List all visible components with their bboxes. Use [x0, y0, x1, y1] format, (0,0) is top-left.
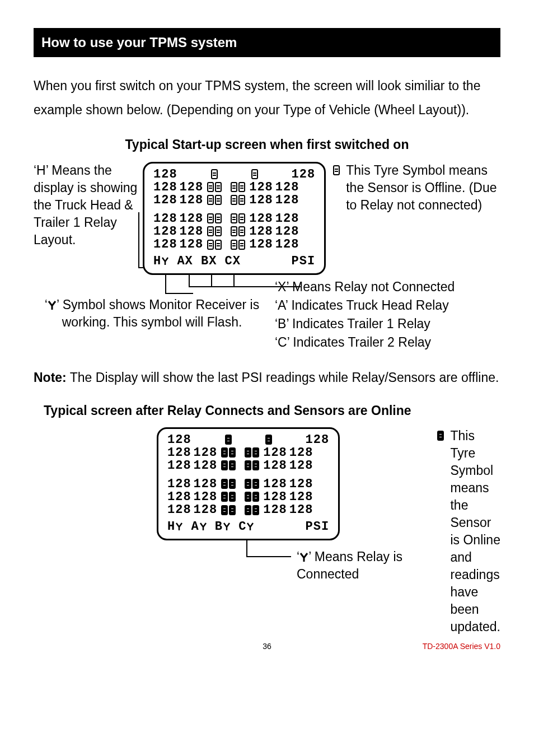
- psi-reading: 128: [194, 491, 218, 503]
- online-tyre-text: This Tyre Symbol means the Sensor is Onl…: [450, 427, 500, 636]
- psi-reading: 128: [194, 459, 218, 472]
- psi-reading: 128: [194, 503, 218, 516]
- offline-tyre-text: This Tyre Symbol means the Sensor is Off…: [346, 162, 500, 214]
- tyre-online-icon: [252, 479, 259, 489]
- page-footer: 36 TD-2300A Series V1.0: [34, 641, 500, 652]
- tyre-offline-icon: [215, 226, 222, 236]
- psi-reading: 128: [153, 238, 177, 251]
- tyre-offline-icon: [207, 226, 214, 236]
- tyre-online-icon: [229, 479, 236, 489]
- antenna-icon: [199, 519, 207, 535]
- antenna-icon: [246, 519, 254, 535]
- psi-reading: 128: [263, 459, 287, 472]
- psi-reading: 128: [180, 194, 204, 207]
- tyre-online-icon: [225, 435, 232, 445]
- psi-reading: 128: [289, 491, 313, 503]
- psi-reading: 128: [194, 446, 218, 459]
- psi-reading: 128: [249, 194, 273, 207]
- callout-c: ‘C’ Indicates Trailer 2 Relay: [275, 334, 500, 351]
- status-relay-a: A: [191, 520, 199, 534]
- lcd-screen-online: 128 128 128 128 128: [157, 427, 340, 540]
- psi-reading: 128: [180, 181, 204, 194]
- tyre-online-icon: [229, 460, 236, 470]
- psi-reading: 128: [167, 491, 191, 503]
- tyre-offline-icon: [215, 240, 222, 250]
- startup-heading: Typical Start-up screen when first switc…: [34, 136, 500, 153]
- tyre-offline-icon: [207, 182, 214, 192]
- status-relay-c: C: [238, 520, 246, 534]
- intro-paragraph: When you first switch on your TPMS syste…: [34, 74, 500, 122]
- tyre-online-icon: [245, 447, 251, 458]
- status-unit: PSI: [306, 519, 330, 535]
- antenna-icon: [299, 548, 308, 566]
- antenna-icon: [175, 519, 183, 535]
- tyre-offline-icon: [251, 169, 258, 179]
- tyre-offline-icon: [231, 240, 237, 250]
- psi-reading: 128: [263, 446, 287, 459]
- online-tyre-legend: This Tyre Symbol means the Sensor is Onl…: [437, 427, 500, 636]
- status-h: H: [153, 254, 161, 268]
- psi-reading: 128: [263, 503, 287, 516]
- psi-reading: 128: [289, 503, 313, 516]
- psi-reading: 128: [167, 503, 191, 516]
- tyre-offline-icon: [238, 240, 245, 250]
- psi-reading: 128: [289, 446, 313, 459]
- tyre-online-icon: [437, 431, 444, 441]
- tyre-offline-icon: [207, 213, 214, 223]
- tyre-offline-icon: [238, 226, 245, 236]
- tyre-online-icon: [245, 492, 251, 502]
- antenna-icon: [48, 296, 57, 314]
- tyre-online-icon: [229, 447, 236, 458]
- tyre-online-icon: [229, 505, 236, 515]
- section-header: How to use your TPMS system: [34, 28, 500, 57]
- tyre-offline-icon: [211, 169, 218, 179]
- tyre-online-icon: [221, 492, 228, 502]
- psi-reading: 128: [180, 238, 204, 251]
- lcd-screen-offline: 128 128 128 128 128: [143, 162, 326, 275]
- psi-reading: 128: [167, 433, 191, 446]
- psi-reading: 128: [275, 181, 299, 194]
- psi-reading: 128: [289, 478, 313, 491]
- doc-id: TD-2300A Series V1.0: [345, 641, 500, 652]
- tyre-online-icon: [245, 479, 251, 489]
- tyre-offline-icon: [333, 165, 340, 175]
- tyre-offline-icon: [231, 195, 237, 205]
- page-number: 36: [189, 641, 345, 652]
- tyre-offline-icon: [215, 195, 222, 205]
- psi-reading: 128: [249, 225, 273, 238]
- tyre-online-icon: [245, 505, 251, 515]
- tyre-offline-icon: [238, 182, 245, 192]
- tyre-offline-icon: [231, 213, 237, 223]
- antenna-icon: [161, 253, 169, 270]
- tyre-online-icon: [221, 505, 228, 515]
- tyre-offline-icon: [231, 182, 237, 192]
- psi-reading: 128: [167, 459, 191, 472]
- psi-reading: 128: [180, 225, 204, 238]
- psi-reading: 128: [275, 225, 299, 238]
- relay-callouts: ‘X’ Means Relay not Connected ‘A’ Indica…: [270, 277, 500, 352]
- note-label: Note:: [34, 370, 67, 385]
- psi-reading: 128: [292, 168, 316, 181]
- note-text: The Display will show the last PSI readi…: [67, 370, 499, 385]
- psi-reading: 128: [194, 478, 218, 491]
- psi-reading: 128: [263, 491, 287, 503]
- psi-reading: 128: [249, 238, 273, 251]
- tyre-online-icon: [252, 447, 259, 458]
- callout-a: ‘A’ Indicates Truck Head Relay: [275, 297, 500, 314]
- tyre-online-icon: [252, 505, 259, 515]
- tyre-online-icon: [252, 460, 259, 470]
- psi-reading: 128: [180, 212, 204, 225]
- tyre-offline-icon: [238, 195, 245, 205]
- callout-x: ‘X’ Means Relay not Connected: [275, 278, 500, 296]
- status-relays: AX BX CX: [177, 254, 241, 268]
- status-relay-b: B: [215, 520, 223, 534]
- psi-reading: 128: [153, 168, 177, 181]
- psi-reading: 128: [275, 194, 299, 207]
- psi-reading: 128: [263, 478, 287, 491]
- tyre-offline-icon: [215, 213, 222, 223]
- psi-reading: 128: [153, 212, 177, 225]
- psi-reading: 128: [249, 181, 273, 194]
- offline-tyre-legend: This Tyre Symbol means the Sensor is Off…: [332, 162, 500, 214]
- tyre-offline-icon: [215, 182, 222, 192]
- antenna-icon: [223, 519, 231, 535]
